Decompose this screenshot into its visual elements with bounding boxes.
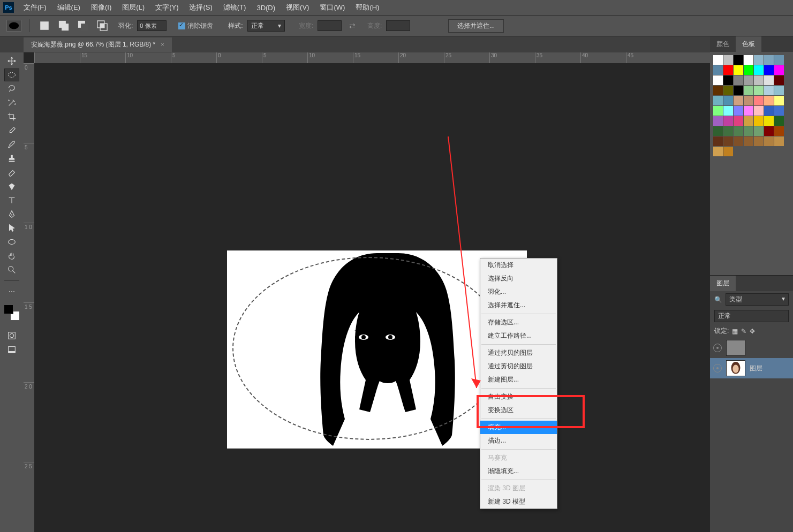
selmode-add-icon[interactable] — [56, 20, 71, 32]
layer-filter-select[interactable]: 类型 ▾ — [726, 293, 789, 306]
ctx-deselect[interactable]: 取消选择 — [480, 259, 557, 272]
swatch[interactable] — [764, 126, 774, 136]
swatch[interactable] — [754, 65, 764, 75]
lock-move-icon[interactable]: ✥ — [750, 328, 755, 335]
layer-row[interactable] — [710, 338, 793, 358]
antialias-check[interactable]: 消除锯齿 — [178, 21, 213, 31]
menu-edit[interactable]: 编辑(E) — [52, 1, 86, 14]
ctx-free-transform[interactable]: 自由变换 — [480, 390, 557, 404]
ctx-feather[interactable]: 羽化... — [480, 285, 557, 299]
ctx-layer-cut[interactable]: 通过剪切的图层 — [480, 360, 557, 373]
swatch[interactable] — [734, 86, 743, 95]
swatch[interactable] — [734, 65, 743, 75]
hand-tool[interactable] — [4, 249, 19, 262]
swatch[interactable] — [754, 55, 764, 65]
menu-filter[interactable]: 滤镜(T) — [218, 1, 252, 14]
swatch[interactable] — [774, 126, 784, 136]
swatch[interactable] — [713, 65, 723, 75]
ctx-layer-copy[interactable]: 通过拷贝的图层 — [480, 346, 557, 360]
swatch[interactable] — [754, 136, 764, 146]
lock-brush-icon[interactable]: ✎ — [741, 328, 746, 335]
menu-window[interactable]: 窗口(W) — [314, 1, 350, 14]
select-mask-button[interactable]: 选择并遮住... — [448, 19, 504, 33]
layer-row[interactable]: 图层 — [710, 358, 793, 378]
swatch[interactable] — [774, 116, 784, 126]
eyedropper-tool[interactable] — [4, 124, 19, 137]
tool-preset-icon[interactable] — [6, 20, 21, 32]
ctx-inverse[interactable]: 选择反向 — [480, 272, 557, 285]
edit-toolbar-icon[interactable]: ⋯ — [4, 285, 19, 298]
feather-input[interactable] — [137, 20, 167, 31]
swatch[interactable] — [764, 86, 774, 95]
swatch[interactable] — [764, 116, 774, 126]
swatch[interactable] — [713, 106, 723, 116]
ctx-select-mask[interactable]: 选择并遮住... — [480, 299, 557, 312]
swatch[interactable] — [723, 116, 733, 126]
menu-file[interactable]: 文件(F) — [18, 1, 52, 14]
swatch[interactable] — [744, 96, 753, 105]
swatch[interactable] — [744, 55, 753, 65]
swatch[interactable] — [754, 75, 764, 85]
swatch[interactable] — [723, 126, 733, 136]
swatch[interactable] — [713, 147, 723, 156]
color-swatch[interactable] — [4, 305, 20, 321]
ctx-new-3d[interactable]: 新建 3D 模型 — [480, 495, 557, 508]
eraser-tool[interactable] — [4, 166, 19, 179]
stamp-tool[interactable] — [4, 152, 19, 165]
path-select-tool[interactable] — [4, 222, 19, 234]
canvas-area[interactable]: 15105051015202530354045 051 01 52 02 5 — [24, 52, 710, 532]
swatch[interactable] — [744, 106, 753, 116]
ctx-fill[interactable]: 填充... — [480, 421, 557, 434]
swatch[interactable] — [744, 75, 753, 85]
swatch[interactable] — [723, 75, 733, 85]
swatch[interactable] — [723, 147, 733, 156]
swatch[interactable] — [774, 106, 784, 116]
marquee-ellipse-tool[interactable] — [4, 69, 19, 81]
swatch[interactable] — [723, 106, 733, 116]
ctx-make-path[interactable]: 建立工作路径... — [480, 329, 557, 343]
swatch[interactable] — [734, 116, 743, 126]
menu-layer[interactable]: 图层(L) — [117, 1, 150, 14]
swatch[interactable] — [723, 96, 733, 105]
ctx-transform-sel[interactable]: 变换选区 — [480, 404, 557, 417]
swatch[interactable] — [754, 106, 764, 116]
swatch[interactable] — [734, 55, 743, 65]
swatch[interactable] — [744, 86, 753, 95]
swatch[interactable] — [744, 65, 753, 75]
visibility-icon[interactable] — [713, 364, 722, 373]
style-select[interactable]: 正常▾ — [247, 20, 285, 32]
swatch[interactable] — [723, 65, 733, 75]
lasso-tool[interactable] — [4, 82, 19, 95]
swatch[interactable] — [734, 96, 743, 105]
selmode-new-icon[interactable] — [37, 20, 52, 32]
swatch[interactable] — [754, 116, 764, 126]
swatch[interactable] — [713, 126, 723, 136]
swatch[interactable] — [734, 106, 743, 116]
swatch[interactable] — [754, 126, 764, 136]
move-tool[interactable] — [4, 55, 19, 67]
lock-pixels-icon[interactable]: ▦ — [732, 328, 738, 335]
blend-mode-select[interactable]: 正常 — [714, 310, 789, 322]
close-icon[interactable]: × — [161, 41, 164, 48]
gradient-tool[interactable] — [4, 180, 19, 193]
swatch[interactable] — [713, 116, 723, 126]
swatch[interactable] — [744, 126, 753, 136]
selmode-sub-icon[interactable] — [75, 20, 90, 32]
swatch[interactable] — [713, 136, 723, 146]
swatch[interactable] — [734, 126, 743, 136]
visibility-icon[interactable] — [713, 344, 722, 352]
ctx-new-layer[interactable]: 新建图层... — [480, 373, 557, 386]
menu-3d[interactable]: 3D(D) — [251, 2, 281, 14]
swatch[interactable] — [744, 136, 753, 146]
menu-type[interactable]: 文字(Y) — [150, 1, 184, 14]
crop-tool[interactable] — [4, 110, 19, 123]
swatch[interactable] — [734, 75, 743, 85]
swatch[interactable] — [774, 136, 784, 146]
selmode-intersect-icon[interactable] — [95, 20, 110, 32]
tab-layers[interactable]: 图层 — [710, 276, 736, 291]
pen-tool[interactable] — [4, 208, 19, 221]
swatch[interactable] — [764, 96, 774, 105]
ellipse-shape-tool[interactable] — [4, 235, 19, 248]
swatch[interactable] — [713, 86, 723, 95]
quickmask-icon[interactable] — [4, 329, 19, 342]
